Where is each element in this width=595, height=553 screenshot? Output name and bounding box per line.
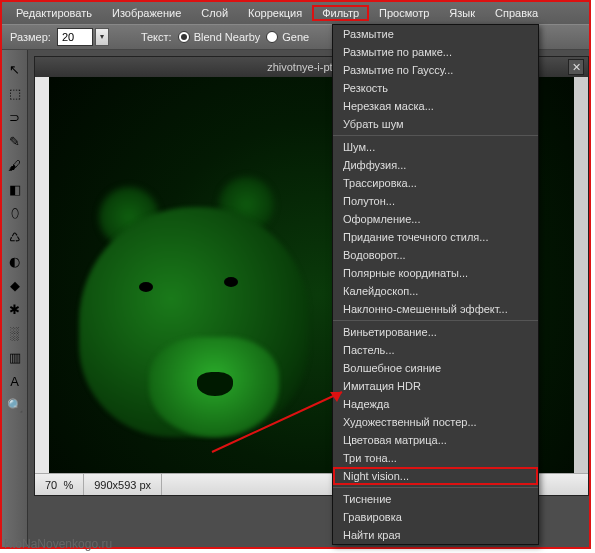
filter-menu-item[interactable]: Диффузия...	[333, 156, 538, 174]
sparkle-tool[interactable]: ✱	[6, 300, 24, 318]
filter-menu-item[interactable]: Полярные координаты...	[333, 264, 538, 282]
filter-menu-item[interactable]: Виньетирование...	[333, 323, 538, 341]
filter-menu-item[interactable]: Гравировка	[333, 508, 538, 526]
menu-separator	[333, 135, 538, 136]
size-dropdown-icon[interactable]: ▾	[95, 28, 109, 46]
fill-tool[interactable]: ▥	[6, 348, 24, 366]
radio-blend-nearby[interactable]: Blend Nearby	[178, 31, 261, 43]
filter-menu-item[interactable]: Убрать шум	[333, 115, 538, 133]
filter-menu-item[interactable]: Придание точечного стиля...	[333, 228, 538, 246]
filter-dropdown-menu: РазмытиеРазмытие по рамке...Размытие по …	[332, 24, 539, 545]
radio-gene[interactable]: Gene	[266, 31, 309, 43]
scrollbar-vertical[interactable]	[574, 77, 588, 473]
menu-image[interactable]: Изображение	[102, 5, 191, 21]
filter-menu-item[interactable]: Оформление...	[333, 210, 538, 228]
radio-dot-icon	[178, 31, 190, 43]
filter-menu-item[interactable]: Полутон...	[333, 192, 538, 210]
filter-menu-item[interactable]: Нерезкая маска...	[333, 97, 538, 115]
pencil-tool[interactable]: ✎	[6, 132, 24, 150]
filter-menu-item[interactable]: Пастель...	[333, 341, 538, 359]
clone-tool[interactable]: ♺	[6, 228, 24, 246]
size-spinner[interactable]: ▾	[57, 28, 109, 46]
filter-menu-item[interactable]: Резкость	[333, 79, 538, 97]
close-icon[interactable]: ✕	[568, 59, 584, 75]
filter-menu-item[interactable]: Надежда	[333, 395, 538, 413]
filter-menu-item[interactable]: Размытие по Гауссу...	[333, 61, 538, 79]
filter-menu-item[interactable]: Night vision...	[333, 467, 538, 485]
filter-menu-item[interactable]: Цветовая матрица...	[333, 431, 538, 449]
brush-tool[interactable]: 🖌	[6, 156, 24, 174]
filter-menu-item[interactable]: Трассировка...	[333, 174, 538, 192]
filter-menu-item[interactable]: Имитация HDR	[333, 377, 538, 395]
watermark: KtoNaNovenkogo.ru	[4, 537, 112, 551]
menu-filter[interactable]: Фильтр	[312, 5, 369, 21]
marquee-tool[interactable]: ⬚	[6, 84, 24, 102]
lasso-tool[interactable]: ⊃	[6, 108, 24, 126]
pattern-tool[interactable]: ░	[6, 324, 24, 342]
filter-menu-item[interactable]: Волшебное сияние	[333, 359, 538, 377]
filter-menu-item[interactable]: Три тона...	[333, 449, 538, 467]
filter-menu-item[interactable]: Художественный постер...	[333, 413, 538, 431]
radio-dot-icon	[266, 31, 278, 43]
size-input[interactable]	[57, 28, 93, 46]
menu-edit[interactable]: Редактировать	[6, 5, 102, 21]
zoom-value[interactable]: 70 %	[35, 474, 84, 495]
stamp-tool[interactable]: ⬯	[6, 204, 24, 222]
menu-correction[interactable]: Коррекция	[238, 5, 312, 21]
filter-menu-item[interactable]: Найти края	[333, 526, 538, 544]
dimensions: 990x593 px	[84, 474, 162, 495]
shape-tool[interactable]: ◆	[6, 276, 24, 294]
text-label: Текст:	[141, 31, 172, 43]
ruler-vertical	[35, 77, 49, 473]
menu-language[interactable]: Язык	[439, 5, 485, 21]
menu-help[interactable]: Справка	[485, 5, 548, 21]
menu-separator	[333, 487, 538, 488]
filter-menu-item[interactable]: Тиснение	[333, 490, 538, 508]
menubar: Редактировать Изображение Слой Коррекция…	[2, 2, 589, 24]
menu-layer[interactable]: Слой	[191, 5, 238, 21]
gradient-tool[interactable]: ◧	[6, 180, 24, 198]
zoom-tool[interactable]: 🔍	[6, 396, 24, 414]
filter-menu-item[interactable]: Размытие	[333, 25, 538, 43]
filter-menu-item[interactable]: Шум...	[333, 138, 538, 156]
filter-menu-item[interactable]: Наклонно-смешенный эффект...	[333, 300, 538, 318]
menu-separator	[333, 320, 538, 321]
text-tool[interactable]: A	[6, 372, 24, 390]
filter-menu-item[interactable]: Водоворот...	[333, 246, 538, 264]
filter-menu-item[interactable]: Размытие по рамке...	[333, 43, 538, 61]
filter-menu-item[interactable]: Калейдоскоп...	[333, 282, 538, 300]
size-label: Размер:	[10, 31, 51, 43]
move-tool[interactable]: ↖	[6, 60, 24, 78]
tool-palette: ↖⬚⊃✎🖌◧⬯♺◐◆✱░▥A🔍	[2, 50, 28, 547]
dodge-tool[interactable]: ◐	[6, 252, 24, 270]
menu-view[interactable]: Просмотр	[369, 5, 439, 21]
